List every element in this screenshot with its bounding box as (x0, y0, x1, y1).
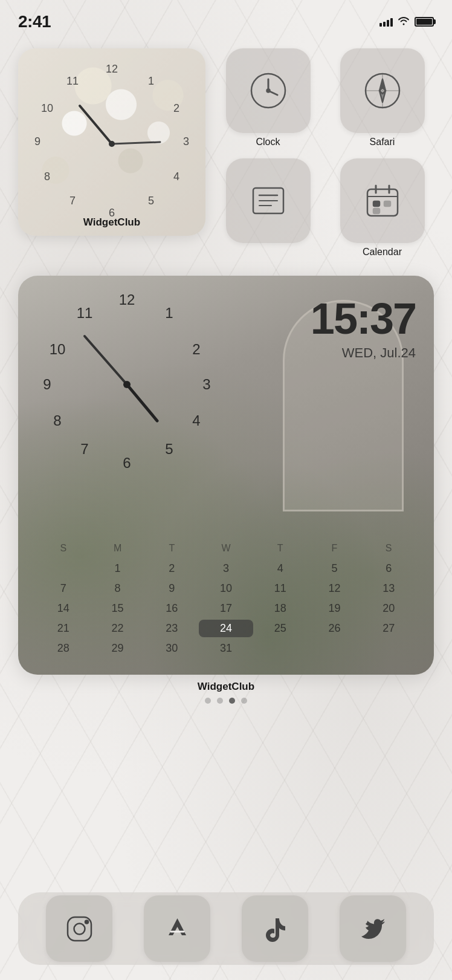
widget-club-small[interactable]: 12 1 2 3 4 5 6 7 8 9 10 11 WidgetClu (18, 48, 205, 236)
cal-cell (361, 640, 416, 657)
appstore-dock-icon[interactable] (144, 895, 210, 962)
wifi-icon (398, 16, 410, 28)
cal-header-t2: T (253, 540, 308, 556)
svg-text:8: 8 (53, 412, 61, 429)
cal-cell: 26 (308, 620, 362, 637)
svg-rect-33 (384, 201, 390, 206)
cal-cell: 15 (91, 600, 145, 617)
app-icons-grid: Clock Safari (216, 48, 434, 258)
clock-app-wrap: Clock (216, 48, 320, 148)
svg-text:10: 10 (50, 341, 66, 357)
svg-text:4: 4 (173, 170, 179, 183)
svg-text:1: 1 (165, 305, 173, 321)
cal-cell: 29 (91, 640, 145, 657)
page-dot-2[interactable] (217, 698, 223, 704)
page-dot-4[interactable] (241, 698, 247, 704)
cal-cell: 4 (253, 560, 308, 577)
svg-text:4: 4 (192, 412, 200, 429)
svg-line-13 (112, 142, 160, 144)
clock-app-icon[interactable] (226, 48, 311, 133)
cal-cell: 10 (199, 580, 253, 597)
svg-text:5: 5 (165, 441, 173, 457)
svg-text:12: 12 (106, 63, 118, 75)
cal-cell (36, 560, 91, 577)
cal-cell: 7 (36, 580, 91, 597)
cal-cell (308, 640, 362, 657)
twitter-dock-icon[interactable] (340, 895, 406, 962)
signal-icon (379, 17, 393, 27)
cal-cell: 28 (36, 640, 91, 657)
cal-week-1: 1 2 3 4 5 6 (36, 560, 416, 577)
status-time: 2:41 (18, 12, 51, 31)
cal-cell: 31 (199, 640, 253, 657)
svg-text:12: 12 (119, 291, 135, 308)
news-app-icon[interactable] (226, 158, 311, 243)
cal-week-5: 28 29 30 31 (36, 640, 416, 657)
svg-line-47 (127, 385, 157, 421)
cal-cell: 1 (91, 560, 145, 577)
calendar-app-label: Calendar (363, 247, 402, 258)
cal-cell: 3 (199, 560, 253, 577)
svg-text:9: 9 (34, 135, 40, 148)
instagram-dock-icon[interactable] (46, 895, 112, 962)
page-dot-1[interactable] (205, 698, 211, 704)
large-widget-label: WidgetClub (198, 681, 254, 693)
svg-rect-34 (373, 209, 379, 213)
widget-large[interactable]: 12 1 2 3 4 5 6 7 8 9 10 11 15:37 (18, 276, 434, 675)
svg-text:9: 9 (43, 376, 51, 392)
clock-svg: 12 1 2 3 4 5 6 7 8 9 10 11 (18, 48, 205, 221)
cal-cell: 13 (361, 580, 416, 597)
page-dots (18, 698, 434, 704)
svg-text:7: 7 (80, 441, 88, 457)
safari-app-icon[interactable] (340, 48, 425, 133)
large-widget-wrap: 12 1 2 3 4 5 6 7 8 9 10 11 15:37 (18, 276, 434, 693)
svg-text:3: 3 (183, 135, 189, 148)
cal-cell: 23 (144, 620, 199, 637)
tiktok-dock-icon[interactable] (242, 895, 308, 962)
cal-header-f: F (308, 540, 362, 556)
cal-header-t1: T (144, 540, 199, 556)
cal-cell: 30 (144, 640, 199, 657)
cal-cell: 19 (308, 600, 362, 617)
svg-point-49 (123, 381, 131, 388)
cal-cell: 6 (361, 560, 416, 577)
svg-text:7: 7 (69, 195, 76, 207)
calendar-app-icon[interactable] (340, 158, 425, 243)
svg-point-18 (266, 89, 270, 92)
page-dot-3-active[interactable] (229, 698, 235, 704)
cal-cell: 27 (361, 620, 416, 637)
cal-cell (253, 640, 308, 657)
cal-cell: 18 (253, 600, 308, 617)
cal-header-m: M (91, 540, 145, 556)
cal-cell: 5 (308, 560, 362, 577)
svg-point-52 (85, 920, 88, 923)
dock (18, 892, 434, 965)
widget-club-label: WidgetClub (18, 216, 205, 229)
clock-app-label: Clock (256, 137, 280, 148)
main-content: 12 1 2 3 4 5 6 7 8 9 10 11 WidgetClu (0, 36, 452, 980)
calendar-header-row: S M T W T F S (36, 540, 416, 557)
cal-cell: 2 (144, 560, 199, 577)
svg-text:11: 11 (66, 75, 79, 87)
digital-date: WED, Jul.24 (342, 345, 416, 361)
svg-line-12 (80, 106, 112, 144)
svg-point-51 (74, 923, 85, 934)
cal-header-s2: S (361, 540, 416, 556)
cal-week-2: 7 8 9 10 11 12 13 (36, 580, 416, 597)
cal-cell: 25 (253, 620, 308, 637)
svg-point-14 (109, 141, 115, 147)
top-section: 12 1 2 3 4 5 6 7 8 9 10 11 WidgetClu (18, 48, 434, 258)
cal-cell: 9 (144, 580, 199, 597)
calendar-widget: S M T W T F S 1 2 3 4 5 6 (36, 540, 416, 660)
safari-app-wrap: Safari (331, 48, 434, 148)
svg-text:3: 3 (202, 376, 210, 392)
svg-text:2: 2 (173, 102, 179, 114)
svg-text:6: 6 (123, 455, 131, 471)
status-bar: 2:41 (0, 0, 452, 36)
svg-line-48 (85, 336, 127, 385)
svg-text:11: 11 (77, 305, 93, 321)
news-app-wrap (216, 158, 320, 258)
svg-text:8: 8 (44, 170, 50, 183)
svg-text:2: 2 (192, 341, 200, 357)
safari-app-label: Safari (370, 137, 395, 148)
